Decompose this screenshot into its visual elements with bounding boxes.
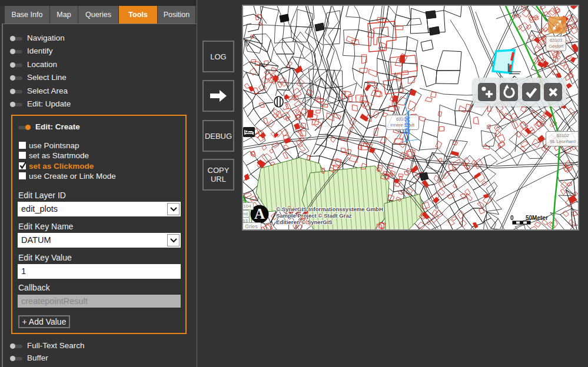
svg-text:A: A (254, 206, 265, 222)
svg-text:50Meter: 50Meter (526, 215, 548, 221)
svg-text:0: 0 (510, 215, 514, 221)
